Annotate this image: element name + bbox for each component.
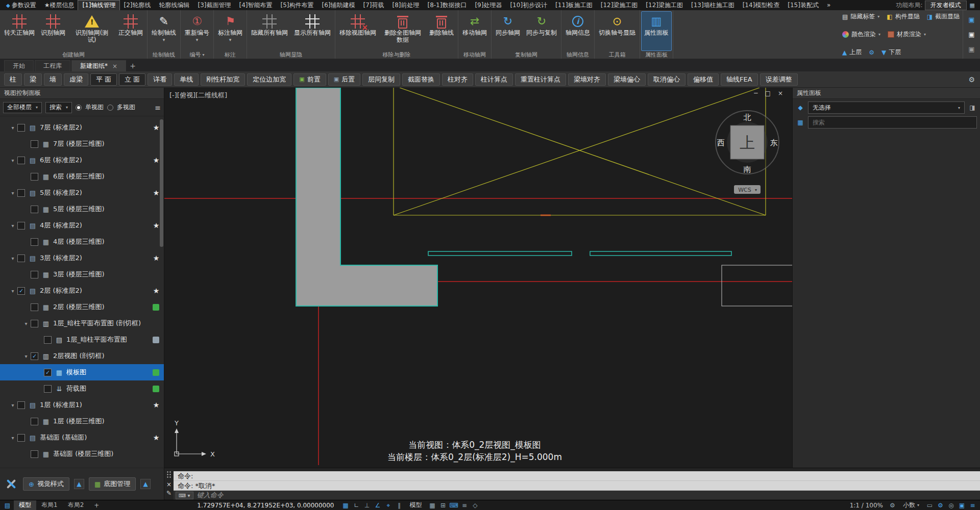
tree-checkbox[interactable]: ✓: [31, 352, 38, 360]
tree-checkbox[interactable]: ✓: [44, 385, 52, 393]
menu-item[interactable]: ◆ [6]辅助建模: [317, 1, 359, 10]
delete-all-grid-data-button[interactable]: 删除全图轴网数据: [379, 11, 426, 51]
menu-item[interactable]: ◆ 参数设置: [2, 1, 40, 10]
toolbar-button[interactable]: 墙: [44, 73, 62, 86]
frame-outline[interactable]: [722, 265, 792, 306]
expander-icon[interactable]: ▾: [8, 435, 17, 441]
keyboard-icon[interactable]: ⌨ ▾: [176, 492, 193, 499]
pencil-icon[interactable]: ✎: [166, 490, 172, 496]
dyn-ucs-icon[interactable]: ⊞: [437, 502, 448, 509]
document-tab[interactable]: 新建图纸* ×: [71, 60, 126, 71]
tree-checkbox[interactable]: ✓: [17, 401, 25, 409]
dyn-input-icon[interactable]: ⌨: [448, 502, 459, 509]
toolbar-button[interactable]: 误差调整: [760, 73, 798, 86]
close-icon[interactable]: ×: [778, 90, 783, 97]
expander-icon[interactable]: ▾: [21, 321, 31, 326]
tree-row[interactable]: ▾ ✓ 基础面 (基础面) ★: [0, 429, 164, 446]
document-tab[interactable]: 工程库 ×: [35, 60, 70, 71]
tree-row[interactable]: ▾ ✓ 2层 (楼层三维图) ★: [0, 299, 164, 315]
hide-all-grids-button[interactable]: 隐藏所有轴网: [248, 11, 291, 51]
toolbar-button[interactable]: 单线: [174, 73, 199, 86]
tree-row[interactable]: ▾ ✓ 4层 (楼层三维图) ★: [0, 234, 164, 250]
tree-row[interactable]: ▾ ✓ 5层 (楼层三维图) ★: [0, 201, 164, 217]
tree-checkbox[interactable]: ✓: [31, 450, 38, 458]
compass-west-label[interactable]: 西: [717, 138, 725, 147]
selection-dropdown[interactable]: 无选择▾: [808, 101, 965, 114]
toolbar-button[interactable]: 柱: [4, 73, 22, 86]
menu-item[interactable]: ◆ [11]板施工图: [551, 1, 597, 10]
tree-checkbox[interactable]: ✓: [17, 287, 25, 295]
multi-view-radio[interactable]: [107, 105, 113, 111]
base-map-button[interactable]: ▦底图管理: [89, 477, 136, 491]
wcs-badge[interactable]: WCS ▾: [734, 185, 761, 194]
annotate-grid-button[interactable]: ⚑ 标注轴网 ▾: [215, 11, 246, 51]
menu-item[interactable]: ◆ 轮廓线编辑: [155, 1, 193, 10]
toolbar-button[interactable]: 偏移值: [688, 73, 719, 86]
tree-checkbox[interactable]: ✓: [31, 303, 38, 311]
section-visibility-button[interactable]: ◨截面显隐: [927, 12, 960, 21]
viewport-controls[interactable]: [-][俯视][二维线框]: [169, 91, 227, 100]
expander-icon[interactable]: ▾: [8, 190, 17, 196]
tree-row[interactable]: ▾ ✓ 基础面 (楼层三维图) ★: [0, 446, 164, 462]
clean-screen-icon[interactable]: ▣: [957, 502, 967, 509]
tree-checkbox[interactable]: ✓: [31, 320, 38, 327]
tree-row[interactable]: ▾ ✓ 3层 (楼层三维图) ★: [0, 266, 164, 283]
menu-item[interactable]: ◆ [9]处理器: [471, 1, 506, 10]
window-mode-icon[interactable]: ▦: [970, 2, 975, 9]
formwork-beams[interactable]: [428, 251, 731, 256]
toggle-axis-number-button[interactable]: ⊙ 切换轴号显隐: [596, 11, 639, 51]
restore-icon[interactable]: □: [765, 90, 771, 97]
tools-icon[interactable]: [5, 478, 17, 490]
expander-icon[interactable]: ▾: [8, 402, 17, 408]
convert-tianzheng-grid-button[interactable]: 转天正轴网: [1, 11, 38, 51]
tree-row[interactable]: ▾ ✓ 1层 (标准层1) ★: [0, 397, 164, 413]
expander-icon[interactable]: ▾: [8, 158, 17, 163]
command-input[interactable]: 键入命令: [197, 491, 224, 500]
layout-mode-value[interactable]: 开发者模式: [925, 1, 967, 10]
expander-icon[interactable]: ▾: [8, 256, 17, 261]
favorite-star-icon[interactable]: ★: [151, 434, 162, 442]
annotation-scale-icon[interactable]: ▭: [924, 502, 935, 509]
material-render-button[interactable]: 材质渲染▾: [888, 30, 926, 39]
toolbar-button[interactable]: 刚性杆加宽: [201, 73, 245, 86]
minimize-icon[interactable]: ─: [754, 90, 757, 97]
tree-checkbox[interactable]: ✓: [44, 369, 52, 376]
tree-row[interactable]: ▾ ✓ 2层视图 (剖切框) ★: [0, 348, 164, 364]
ortho-icon[interactable]: ⊥: [361, 502, 372, 509]
tree-row[interactable]: ▾ ✓ 1层_暗柱平面布置图 ★: [0, 332, 164, 348]
tree-checkbox[interactable]: ✓: [17, 254, 25, 262]
tree-checkbox[interactable]: ✓: [31, 418, 38, 425]
tree-row[interactable]: ▾ ✓ 4层 (标准层2) ★: [0, 217, 164, 234]
tree-checkbox[interactable]: ✓: [17, 222, 25, 230]
tree-row[interactable]: ▾ ✓ 荷载图 ★: [0, 380, 164, 397]
toolbar-button[interactable]: 截面替换: [402, 73, 440, 86]
polar-icon[interactable]: ∠: [372, 502, 383, 509]
expander-icon[interactable]: ▾: [8, 223, 17, 228]
new-tab-button[interactable]: +: [127, 60, 138, 71]
grid-icon[interactable]: ▦: [427, 502, 437, 509]
menu-item[interactable]: ◆ [10]初步设计: [506, 1, 551, 10]
panel-up-icon[interactable]: ▲: [140, 479, 151, 489]
compass-north-label[interactable]: 北: [744, 113, 751, 122]
close-icon[interactable]: ×: [112, 63, 117, 70]
zoom-display[interactable]: 1:1 / 100%: [850, 502, 883, 509]
toolbar-button[interactable]: 梁: [24, 73, 42, 86]
display-panel-icon[interactable]: ▣: [968, 45, 974, 53]
menu-item[interactable]: ◆ [15]装配式: [783, 1, 823, 10]
component-visibility-button[interactable]: ◧构件显隐: [887, 12, 919, 21]
menu-item[interactable]: ◆ [3]截面管理: [193, 1, 235, 10]
pin-icon[interactable]: ◨: [968, 104, 977, 111]
view-compass[interactable]: 上 北 南 西 东 WCS ▾: [716, 111, 779, 194]
wall-section[interactable]: [296, 88, 437, 306]
display-grid-icon[interactable]: ▣: [968, 31, 974, 38]
expander-icon[interactable]: ▾: [8, 288, 17, 294]
single-view-radio[interactable]: [76, 105, 82, 111]
tree-checkbox[interactable]: ✓: [17, 434, 25, 442]
menu-item[interactable]: ◆ [1]轴线管理: [78, 1, 119, 10]
toolbar-button[interactable]: 平 面: [90, 73, 117, 86]
tree-row[interactable]: ▾ ✓ 模板图 ★: [0, 364, 164, 380]
tree-checkbox[interactable]: ✓: [17, 189, 25, 197]
tree-checkbox[interactable]: ✓: [17, 124, 25, 132]
favorite-star-icon[interactable]: ★: [151, 254, 162, 262]
favorite-star-icon[interactable]: ★: [151, 287, 162, 295]
